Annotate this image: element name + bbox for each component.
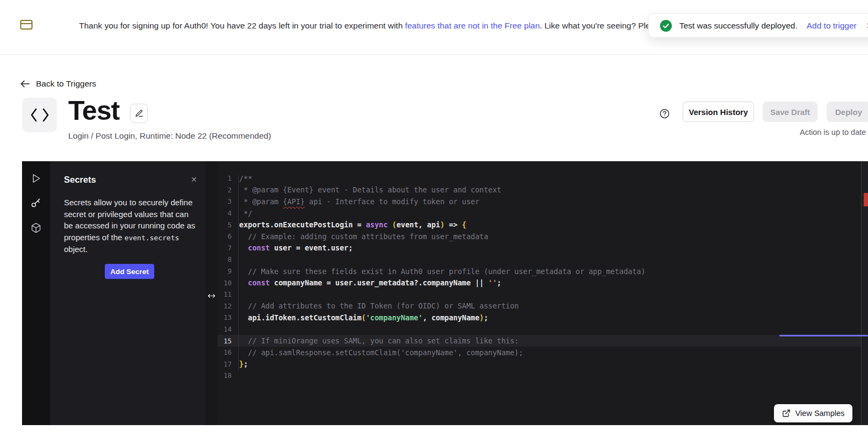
- code-line: 17};: [218, 358, 861, 370]
- back-to-triggers-link[interactable]: Back to Triggers: [20, 79, 96, 89]
- success-check-icon: [660, 20, 672, 32]
- event-secrets-code: event.secrets: [125, 234, 180, 242]
- banner-features-link[interactable]: features that are not in the Free plan: [405, 21, 540, 30]
- line-number: 17: [218, 360, 232, 368]
- actions-code-editor: Secrets ✕ Secrets allow you to securely …: [22, 161, 868, 425]
- credit-card-icon: [20, 19, 33, 32]
- screen: Thank you for signing up for Auth0! You …: [0, 0, 868, 438]
- line-number: 1: [218, 174, 232, 182]
- secrets-desc-tail: object.: [64, 245, 88, 254]
- line-number: 9: [218, 267, 232, 275]
- trial-banner-text: Thank you for signing up for Auth0! You …: [79, 21, 675, 31]
- code-line: 15 // If miniOrange uses SAML, you can a…: [218, 335, 861, 347]
- code-line: 11: [218, 289, 861, 300]
- code-line: 18: [218, 370, 861, 382]
- secrets-panel-title: Secrets: [64, 175, 96, 185]
- code-line: 2 * @param {Event} event - Details about…: [218, 184, 861, 196]
- code-line: 12 // Add attributes to the ID Token (fo…: [218, 300, 861, 312]
- line-number: 11: [218, 290, 232, 298]
- secrets-description: Secrets allow you to securely define sec…: [64, 197, 196, 255]
- pencil-icon: [135, 109, 144, 118]
- line-number: 12: [218, 302, 232, 310]
- code-line: 10 const companyName = user.user_metadat…: [218, 277, 861, 289]
- action-status-text: Action is up to date: [800, 128, 866, 137]
- add-to-trigger-link[interactable]: Add to trigger: [807, 21, 857, 31]
- line-number: 2: [218, 186, 232, 194]
- save-draft-button[interactable]: Save Draft: [763, 102, 817, 122]
- version-history-button[interactable]: Version History: [683, 102, 754, 122]
- view-samples-label: View Samples: [795, 409, 845, 418]
- code-editor-surface[interactable]: 1/**2 * @param {Event} event - Details a…: [218, 161, 861, 425]
- deploy-button[interactable]: Deploy: [827, 102, 868, 122]
- line-number: 15: [218, 337, 232, 345]
- error-marker: [864, 193, 868, 206]
- secrets-close-icon[interactable]: ✕: [191, 175, 197, 184]
- secrets-panel: Secrets ✕ Secrets allow you to securely …: [50, 161, 206, 425]
- help-icon[interactable]: [659, 109, 670, 120]
- action-subtitle: Login / Post Login, Runtime: Node 22 (Re…: [68, 131, 271, 141]
- toast-deploy-success: Test was successfully deployed. Add to t…: [648, 13, 868, 38]
- line-number: 14: [218, 325, 232, 333]
- back-label: Back to Triggers: [36, 79, 96, 89]
- view-samples-button[interactable]: View Samples: [774, 404, 852, 422]
- line-number: 3: [218, 197, 232, 205]
- code-line: 13 api.idToken.setCustomClaim('companyNa…: [218, 312, 861, 324]
- panel-resize-gutter[interactable]: [206, 161, 218, 425]
- line-number: 7: [218, 244, 232, 252]
- toast-message: Test was successfully deployed.: [679, 21, 798, 31]
- line-number: 18: [218, 371, 232, 379]
- play-icon: [31, 173, 41, 184]
- code-line: 4 */: [218, 207, 861, 219]
- add-secret-button[interactable]: Add Secret: [105, 264, 154, 279]
- arrow-left-icon: [20, 80, 30, 88]
- external-link-icon: [782, 409, 791, 418]
- edit-name-button[interactable]: [130, 104, 148, 123]
- line-number: 6: [218, 232, 232, 240]
- key-icon: [31, 197, 41, 208]
- line-number: 8: [218, 255, 232, 263]
- code-line: 1/**: [218, 173, 861, 184]
- code-line: 16 // api.samlResponse.setCustomClaim('c…: [218, 347, 861, 358]
- code-line: 14: [218, 324, 861, 335]
- code-line: 7 const user = event.user;: [218, 242, 861, 254]
- line-number: 5: [218, 221, 232, 229]
- indent-guide: [238, 175, 239, 370]
- code-line: 3 * @param {API} api - Interface to modi…: [218, 196, 861, 207]
- trial-text-before: Thank you for signing up for Auth0! You …: [79, 21, 405, 30]
- line-number: 16: [218, 348, 232, 356]
- package-icon: [31, 222, 41, 233]
- action-code-tile: [22, 98, 57, 132]
- sidebar-item-test-runner[interactable]: [31, 173, 41, 184]
- sidebar-item-secrets[interactable]: [31, 197, 41, 208]
- code-line: 8: [218, 254, 861, 265]
- panel-resize-handle[interactable]: [207, 292, 216, 299]
- editor-icon-rail: [22, 161, 50, 425]
- cursor-position-marker: [779, 335, 868, 336]
- page-title: Test: [68, 97, 119, 125]
- line-number: 4: [218, 209, 232, 217]
- line-number: 10: [218, 279, 232, 287]
- code-lines: 1/**2 * @param {Event} event - Details a…: [218, 161, 861, 382]
- code-line: 5exports.onExecutePostLogin = async (eve…: [218, 219, 861, 231]
- code-brackets-icon: [30, 108, 49, 122]
- code-line: 6 // Example: adding custom attributes f…: [218, 231, 861, 242]
- code-line: 9 // Make sure these fields exist in Aut…: [218, 265, 861, 277]
- line-number: 13: [218, 313, 232, 321]
- sidebar-item-dependencies[interactable]: [31, 222, 41, 233]
